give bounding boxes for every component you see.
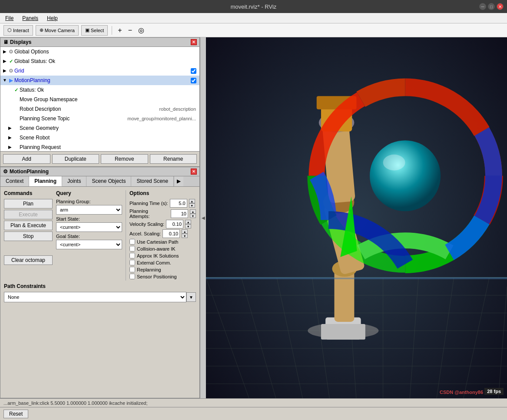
displays-content: ▶ ⚙ Global Options ▶ ✓ Global Status: Ok… xyxy=(0,47,199,151)
tree-item-planning-request[interactable]: ▶ Planning Request xyxy=(0,142,199,151)
tree-item-robot-desc[interactable]: Robot Description robot_description xyxy=(0,104,199,114)
replanning-label: Replanning xyxy=(137,267,161,272)
accel-scaling-input[interactable] xyxy=(162,229,180,238)
check-icon-status: ✓ xyxy=(13,86,20,94)
accel-scaling-spinners: ▲ ▼ xyxy=(182,229,188,238)
stop-button[interactable]: Stop xyxy=(4,231,53,241)
replanning-checkbox[interactable] xyxy=(129,267,135,272)
planning-attempts-input[interactable] xyxy=(171,209,188,218)
camera-icon: ⊕ xyxy=(40,27,43,33)
velocity-scaling-up[interactable]: ▲ xyxy=(185,220,191,224)
rename-button[interactable]: Rename xyxy=(150,154,197,164)
tree-item-global-status[interactable]: ▶ ✓ Global Status: Ok xyxy=(0,56,199,66)
tree-label-motion: MotionPlanning xyxy=(14,76,191,84)
external-label: External Comm. xyxy=(137,260,171,265)
tab-planning[interactable]: Planning xyxy=(29,176,62,186)
constraint-select-row: None ▼ xyxy=(4,292,196,302)
viewport[interactable]: 28 fps CSDN @anthony86 xyxy=(206,37,507,398)
toolbar-plus-button[interactable]: + xyxy=(116,26,123,35)
tab-arrow[interactable]: ▶ xyxy=(174,176,183,186)
add-button[interactable]: Add xyxy=(3,154,50,164)
planning-time-input[interactable] xyxy=(170,199,187,208)
external-checkbox[interactable] xyxy=(129,260,135,265)
displays-close-button[interactable]: ✕ xyxy=(191,39,197,45)
tree-item-move-group[interactable]: Move Group Namespace xyxy=(0,95,199,104)
planning-time-up[interactable]: ▲ xyxy=(189,199,195,203)
tree-item-scene-geometry[interactable]: ▶ Scene Geometry xyxy=(0,123,199,133)
select-button[interactable]: ▣ Select xyxy=(81,25,108,36)
collision-checkbox[interactable] xyxy=(129,246,135,251)
minimize-button[interactable]: ─ xyxy=(479,3,486,10)
goal-state-label: Goal State: xyxy=(56,234,122,239)
displays-panel: 🖥 Displays ✕ ▶ ⚙ Global Options ▶ ✓ Glob… xyxy=(0,37,200,167)
displays-icon: 🖥 xyxy=(3,39,8,45)
tree-item-global-options[interactable]: ▶ ⚙ Global Options xyxy=(0,47,199,56)
commands-column: Commands Plan Execute Plan & Execute Sto… xyxy=(4,190,56,281)
tab-context[interactable]: Context xyxy=(0,176,29,186)
planning-time-down[interactable]: ▼ xyxy=(189,203,195,208)
execute-button[interactable]: Execute xyxy=(4,210,53,219)
tab-joints[interactable]: Joints xyxy=(62,176,86,186)
planning-group-select[interactable]: arm xyxy=(56,205,122,215)
motion-close-button[interactable]: ✕ xyxy=(191,169,197,175)
toolbar-target-button[interactable]: ◎ xyxy=(136,25,146,35)
close-button[interactable]: ✕ xyxy=(497,3,504,10)
tree-item-planning-topic[interactable]: Planning Scene Topic move_group/monitore… xyxy=(0,114,199,123)
approx-checkbox[interactable] xyxy=(129,253,135,258)
tree-item-grid[interactable]: ▶ ⚙ Grid xyxy=(0,66,199,76)
interact-button[interactable]: ⬡ Interact xyxy=(3,25,33,36)
planning-attempts-up[interactable]: ▲ xyxy=(190,209,196,214)
tree-item-motionplanning[interactable]: ▼ ▶ MotionPlanning xyxy=(0,76,199,85)
planning-group-label: Planning Group: xyxy=(56,199,122,204)
start-state-select[interactable]: <current> xyxy=(56,222,122,232)
tree-label-sr: Scene Robot xyxy=(20,134,198,142)
toolbar-minus-button[interactable]: − xyxy=(126,26,134,35)
sensor-checkbox[interactable] xyxy=(129,274,135,279)
accel-scaling-down[interactable]: ▼ xyxy=(182,234,188,238)
constraint-select[interactable]: None xyxy=(4,292,186,302)
sensor-label: Sensor Positioning xyxy=(137,274,177,279)
planning-attempts-down[interactable]: ▼ xyxy=(190,214,196,218)
velocity-scaling-spinners: ▲ ▼ xyxy=(185,220,191,228)
planning-time-spinners: ▲ ▼ xyxy=(189,199,195,208)
tree-label-pt: Planning Scene Topic xyxy=(20,115,127,122)
goal-state-select[interactable]: <current> xyxy=(56,240,122,249)
velocity-scaling-input[interactable] xyxy=(166,220,183,228)
plan-button[interactable]: Plan xyxy=(4,199,53,208)
watermark: CSDN @anthony86 xyxy=(440,390,483,395)
tree-label: Global Options xyxy=(14,48,198,56)
gear-icon-grid: ⚙ xyxy=(7,67,14,75)
motion-panel-header: ⚙ MotionPlanning ✕ xyxy=(0,167,199,176)
tree-item-status[interactable]: ✓ Status: Ok xyxy=(0,85,199,95)
move-camera-button[interactable]: ⊕ Move Camera xyxy=(36,25,79,36)
grid-checkbox[interactable] xyxy=(191,68,196,74)
left-panel: 🖥 Displays ✕ ▶ ⚙ Global Options ▶ ✓ Glob… xyxy=(0,37,200,398)
plan-execute-button[interactable]: Plan & Execute xyxy=(4,221,53,230)
duplicate-button[interactable]: Duplicate xyxy=(52,154,99,164)
tab-stored-scene[interactable]: Stored Scene xyxy=(131,176,174,186)
clear-octomap-button[interactable]: Clear octomap xyxy=(4,255,53,265)
tree-item-scene-robot[interactable]: ▶ Scene Robot xyxy=(0,133,199,142)
motion-tabs: Context Planning Joints Scene Objects St… xyxy=(0,176,199,187)
constraint-arrow[interactable]: ▼ xyxy=(186,292,196,302)
remove-button[interactable]: Remove xyxy=(101,154,148,164)
planning-time-row: Planning Time (s): ▲ ▼ xyxy=(129,199,196,208)
menu-panels[interactable]: Panels xyxy=(20,15,40,22)
svg-rect-21 xyxy=(321,324,365,340)
tab-scene-objects[interactable]: Scene Objects xyxy=(86,176,131,186)
reset-button[interactable]: Reset xyxy=(3,410,28,418)
checkbox-approx: Approx IK Solutions xyxy=(129,253,196,258)
velocity-scaling-down[interactable]: ▼ xyxy=(185,224,191,228)
title-bar: moveit.rviz* - RViz ─ □ ✕ xyxy=(0,0,507,13)
side-handle[interactable]: ◀ xyxy=(200,37,206,398)
accel-scaling-up[interactable]: ▲ xyxy=(182,229,188,234)
menu-help[interactable]: Help xyxy=(45,15,60,22)
motion-icon: ▶ xyxy=(7,76,14,84)
menu-file[interactable]: File xyxy=(3,15,15,22)
window-title: moveit.rviz* - RViz xyxy=(231,3,277,10)
maximize-button[interactable]: □ xyxy=(488,3,495,10)
goal-state-row: <current> xyxy=(56,240,122,249)
motionplanning-checkbox[interactable] xyxy=(191,78,196,83)
checkbox-external: External Comm. xyxy=(129,260,196,265)
cartesian-checkbox[interactable] xyxy=(129,239,135,245)
